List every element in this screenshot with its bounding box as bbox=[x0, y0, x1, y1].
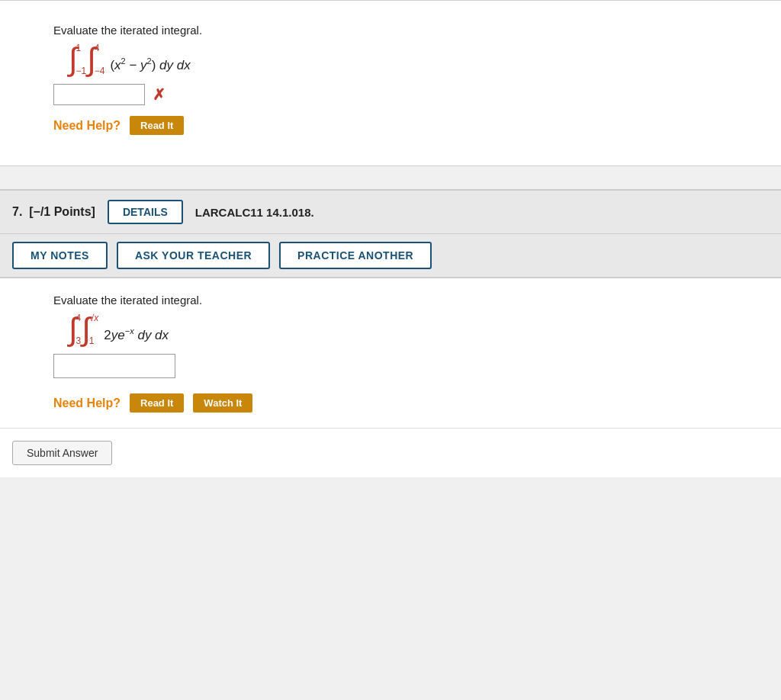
read-it-button-6[interactable]: Read It bbox=[130, 116, 184, 135]
integrand-7: 2ye−x dy dx bbox=[104, 326, 169, 343]
integral-display-7: ∫ 4 3 ∫ √x 1 2ye−x dy dx bbox=[69, 316, 169, 343]
integral-display-6: ∫ 1 −1 ∫ 4 −4 bbox=[69, 46, 191, 73]
details-button[interactable]: DETAILS bbox=[108, 200, 183, 224]
problem-7-content: Evaluate the iterated integral. ∫ 4 3 ∫ … bbox=[0, 278, 781, 428]
wrong-icon-6: ✗ bbox=[153, 85, 166, 104]
submit-answer-button[interactable]: Submit Answer bbox=[12, 441, 112, 465]
problem-6-content: Evaluate the iterated integral. ∫ 1 −1 ∫ bbox=[0, 16, 781, 150]
integral-pair-7-2: ∫ √x 1 bbox=[82, 316, 99, 343]
problem-7-header: 7. [−/1 Points] DETAILS LARCALC11 14.1.0… bbox=[0, 189, 781, 234]
integral-sign-1: ∫ bbox=[69, 46, 78, 73]
watch-it-button-7[interactable]: Watch It bbox=[193, 393, 252, 413]
integral-pair-1: ∫ 1 −1 bbox=[69, 46, 87, 73]
action-row-7: MY NOTES ASK YOUR TEACHER PRACTICE ANOTH… bbox=[0, 234, 781, 278]
integral-sign-2: ∫ bbox=[87, 46, 96, 73]
problem-7-statement: Evaluate the iterated integral. bbox=[53, 294, 735, 307]
need-help-row-6: Need Help? Read It bbox=[53, 116, 735, 135]
answer-row-6: ✗ bbox=[53, 84, 735, 105]
need-help-label-6: Need Help? bbox=[53, 119, 121, 133]
integral-pair-2: ∫ 4 −4 bbox=[87, 46, 105, 73]
integral-sign-7-1: ∫ bbox=[69, 316, 78, 343]
submit-row: Submit Answer bbox=[0, 428, 781, 477]
integral-sign-7-2: ∫ bbox=[82, 316, 91, 343]
ask-teacher-button[interactable]: ASK YOUR TEACHER bbox=[117, 242, 270, 269]
problem-7-id: LARCALC11 14.1.018. bbox=[195, 206, 314, 219]
integrand-6: (x2 − y2) dy dx bbox=[110, 56, 190, 73]
need-help-row-7: Need Help? Read It Watch It bbox=[53, 393, 735, 413]
problem-6-section: Evaluate the iterated integral. ∫ 1 −1 ∫ bbox=[0, 0, 781, 166]
problem-6-formula: ∫ 1 −1 ∫ 4 −4 bbox=[69, 46, 735, 73]
answer-input-7[interactable] bbox=[53, 354, 175, 378]
spacer bbox=[0, 166, 781, 189]
problem-6-statement: Evaluate the iterated integral. bbox=[53, 24, 735, 37]
integral-pair-7-1: ∫ 4 3 bbox=[69, 316, 82, 343]
answer-input-6[interactable] bbox=[53, 84, 145, 105]
problem-7-formula: ∫ 4 3 ∫ √x 1 2ye−x dy dx bbox=[69, 316, 735, 343]
my-notes-button[interactable]: MY NOTES bbox=[12, 242, 108, 269]
read-it-button-7[interactable]: Read It bbox=[130, 393, 184, 413]
need-help-label-7: Need Help? bbox=[53, 397, 121, 410]
problem-7-number: 7. [−/1 Points] bbox=[12, 205, 95, 219]
practice-another-button[interactable]: PRACTICE ANOTHER bbox=[279, 242, 432, 269]
